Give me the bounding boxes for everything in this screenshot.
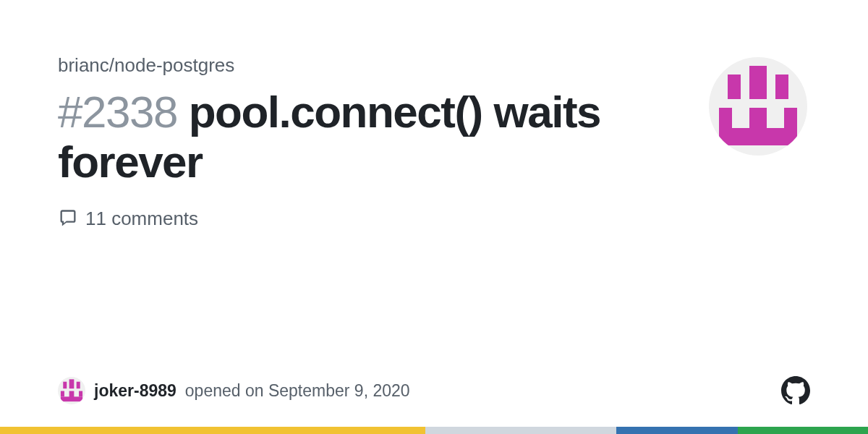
svg-rect-12 [61,391,64,397]
svg-rect-7 [719,128,797,145]
comments-icon [58,208,78,229]
footer: joker-8989 opened on September 9, 2020 [0,376,868,427]
main-content: brianc/node-postgres #2338 pool.connect(… [0,0,868,230]
issue-title: #2338 pool.connect() waits forever [58,87,622,187]
author-username[interactable]: joker-8989 [94,381,176,401]
svg-rect-11 [77,382,80,389]
svg-rect-5 [784,108,797,128]
issue-number: #2338 [58,87,177,137]
svg-rect-4 [719,108,732,128]
identicon-small [58,377,85,404]
identicon-large [709,57,807,156]
author-avatar-large[interactable] [709,57,807,156]
lang-bar-segment [738,427,868,434]
opened-label: opened on September 9, 2020 [185,381,410,401]
author-avatar-small[interactable] [58,377,85,404]
svg-rect-15 [61,396,82,401]
lang-bar-segment [0,427,425,434]
svg-rect-2 [728,75,741,99]
lang-bar-segment [425,427,616,434]
svg-rect-3 [775,75,788,99]
comments-count: 11 comments [85,208,198,230]
svg-rect-10 [63,382,67,389]
svg-rect-13 [79,391,82,397]
lang-bar-segment [616,427,738,434]
svg-rect-9 [69,379,75,388]
github-logo-icon[interactable] [781,376,810,405]
footer-author: joker-8989 opened on September 9, 2020 [58,377,410,404]
language-color-bar [0,427,868,434]
comments-row: 11 comments [58,208,622,230]
repo-path[interactable]: brianc/node-postgres [58,54,622,77]
issue-info: brianc/node-postgres #2338 pool.connect(… [58,54,622,230]
svg-rect-1 [749,66,767,99]
